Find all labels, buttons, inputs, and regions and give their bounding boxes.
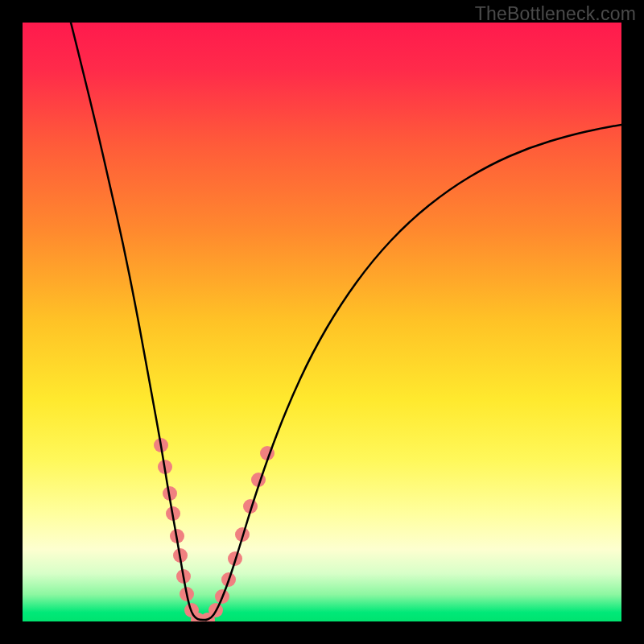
curve-right-branch — [206, 125, 621, 620]
plot-curves — [23, 23, 621, 621]
plot-frame — [23, 23, 621, 621]
dot-cluster — [154, 438, 275, 621]
watermark-text: TheBottleneck.com — [475, 3, 636, 25]
curve-left-branch — [71, 23, 206, 620]
